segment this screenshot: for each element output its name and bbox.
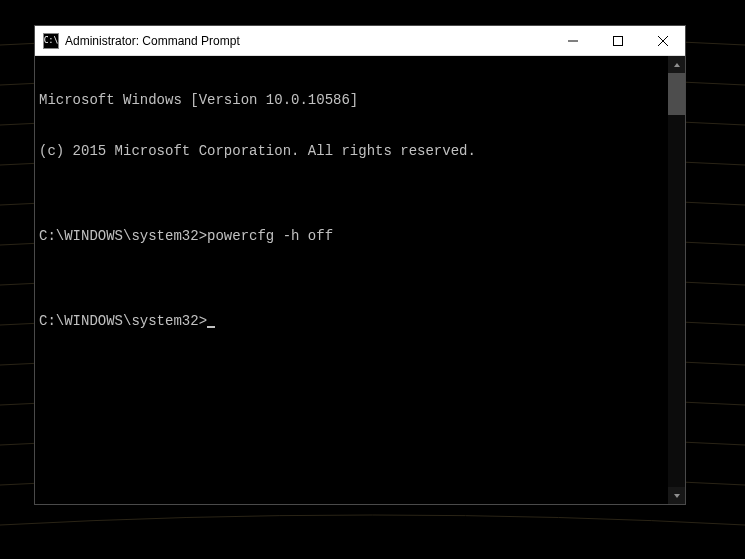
svg-rect-1 (613, 36, 622, 45)
command-input: powercfg -h off (207, 228, 333, 244)
minimize-button[interactable] (550, 26, 595, 55)
minimize-icon (568, 36, 578, 46)
close-icon (658, 36, 668, 46)
terminal-area[interactable]: Microsoft Windows [Version 10.0.10586] (… (35, 56, 685, 504)
close-button[interactable] (640, 26, 685, 55)
prompt-text: C:\WINDOWS\system32> (39, 313, 207, 330)
command-prompt-window: C:\ Administrator: Command Prompt Micros… (34, 25, 686, 505)
terminal-line-version: Microsoft Windows [Version 10.0.10586] (39, 92, 664, 109)
vertical-scrollbar[interactable] (668, 56, 685, 504)
terminal-content[interactable]: Microsoft Windows [Version 10.0.10586] (… (35, 56, 668, 504)
titlebar[interactable]: C:\ Administrator: Command Prompt (35, 26, 685, 56)
scroll-up-button[interactable] (668, 56, 685, 73)
window-controls (550, 26, 685, 55)
maximize-button[interactable] (595, 26, 640, 55)
cmd-icon: C:\ (43, 33, 59, 49)
maximize-icon (613, 36, 623, 46)
chevron-down-icon (673, 492, 681, 500)
prompt-text: C:\WINDOWS\system32> (39, 228, 207, 244)
cursor (207, 326, 215, 328)
window-title: Administrator: Command Prompt (65, 34, 550, 48)
scroll-thumb[interactable] (668, 73, 685, 115)
scroll-down-button[interactable] (668, 487, 685, 504)
terminal-command-line: C:\WINDOWS\system32>powercfg -h off (39, 228, 664, 245)
terminal-current-prompt: C:\WINDOWS\system32> (39, 313, 664, 330)
terminal-line-copyright: (c) 2015 Microsoft Corporation. All righ… (39, 143, 664, 160)
chevron-up-icon (673, 61, 681, 69)
